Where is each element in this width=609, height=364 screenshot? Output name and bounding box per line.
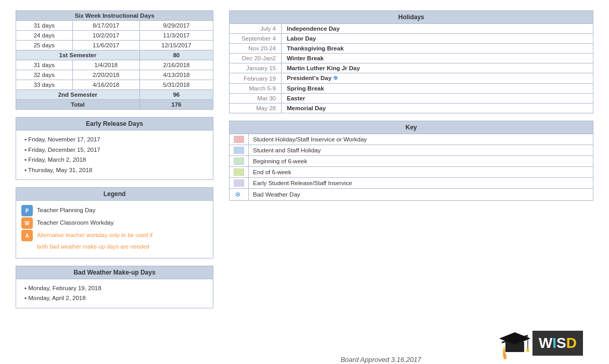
key-label: Early Student Release/Staff Inservice [249, 178, 593, 189]
holiday-name: Spring Break [282, 84, 593, 94]
six-week-table: Six Week Instructional Days 31 days8/17/… [16, 10, 213, 110]
s-letter: S [556, 335, 566, 352]
end-date: 11/3/2017 [139, 31, 213, 41]
start-date: 10/2/2017 [72, 31, 139, 41]
holiday-date: September 4 [230, 34, 282, 44]
key-swatch [234, 168, 244, 176]
early-release-section: Early Release Days Friday, November 17, … [16, 117, 213, 180]
key-label: End of 6-week [249, 167, 593, 178]
legend-text-1: Teacher Classroom Workday [37, 217, 208, 229]
key-snowflake-icon: ❄ [235, 190, 241, 199]
bad-weather-item: Monday, February 19, 2018 [24, 283, 205, 294]
days-cell: 32 days [16, 70, 73, 80]
holiday-date: July 4 [230, 24, 282, 34]
holiday-date: Nov 20-24 [230, 44, 282, 54]
legend-content: P Teacher Planning Day W Teacher Classro… [16, 201, 213, 258]
start-date: 11/6/2017 [72, 41, 139, 50]
key-table: Key Student Holiday/Staff Inservice or W… [229, 121, 593, 201]
total-value: 176 [139, 100, 213, 110]
key-icon-cell [230, 178, 249, 189]
early-release-item: Friday, March 2, 2018 [24, 155, 205, 165]
legend-icon-alt: A [21, 230, 33, 241]
key-icon-cell [230, 134, 249, 145]
holiday-name: President's Day ❄ [282, 73, 593, 84]
holiday-name: Independence Day [282, 24, 593, 34]
semester-total: 80 [139, 50, 213, 60]
key-icon-cell: ❄ [230, 189, 249, 201]
legend-text-0: Teacher Planning Day [37, 205, 208, 216]
days-cell: 31 days [16, 21, 73, 31]
end-date: 12/15/2017 [139, 41, 213, 50]
d-letter: D [566, 335, 577, 352]
holidays-table: Holidays July 4Independence DaySeptember… [229, 10, 593, 113]
holiday-date: Mar 30 [230, 94, 282, 103]
holiday-name: Easter [282, 94, 593, 103]
holiday-name: Winter Break [282, 54, 593, 63]
holiday-name: Memorial Day [282, 103, 593, 113]
holidays-header: Holidays [230, 11, 593, 24]
holiday-name: Thanksgiving Break [282, 44, 593, 54]
early-release-item: Friday, December 15, 2017 [24, 145, 205, 155]
legend-icon-0: P [21, 205, 33, 216]
end-date: 4/13/2018 [139, 70, 213, 80]
start-date: 2/20/2018 [72, 70, 139, 80]
early-release-content: Friday, November 17, 2017Friday, Decembe… [16, 131, 213, 179]
key-swatch [234, 147, 244, 154]
holiday-name: Labor Day [282, 34, 593, 44]
legend-icon-1: W [21, 217, 33, 229]
wisd-text-box: WISD [532, 331, 583, 356]
svg-point-4 [526, 349, 529, 352]
holiday-date: Dec 20-Jan2 [230, 54, 282, 63]
holiday-date: May 28 [230, 103, 282, 113]
legend-row: P Teacher Planning Day [21, 205, 208, 216]
start-date: 1/4/2018 [72, 60, 139, 70]
holiday-name: Martin Luther King Jr Day [282, 63, 593, 73]
key-swatch [234, 136, 244, 143]
bad-weather-content: Monday, February 19, 2018Monday, April 2… [16, 279, 213, 308]
legend-header: Legend [16, 188, 213, 201]
end-date: 5/31/2018 [139, 80, 213, 90]
start-date: 8/17/2017 [72, 21, 139, 31]
legend-row: A Alternative teacher workday only to be… [21, 230, 208, 253]
w-letter: W [539, 335, 552, 352]
key-label: Bad Weather Day [249, 189, 593, 201]
holiday-date: January 15 [230, 63, 282, 73]
semester-label: 1st Semester [16, 50, 140, 60]
six-week-header: Six Week Instructional Days [16, 11, 213, 21]
holiday-date: March 5-9 [230, 84, 282, 94]
semester-total: 96 [139, 90, 213, 100]
days-cell: 33 days [16, 80, 73, 90]
wisd-letters: WISD [539, 335, 577, 352]
key-swatch [234, 179, 244, 187]
key-icon-cell [230, 156, 249, 167]
key-swatch [234, 158, 244, 165]
end-date: 9/29/2017 [139, 21, 213, 31]
bad-weather-header: Bad Weather Make-up Days [16, 266, 213, 279]
total-label: Total [16, 100, 140, 110]
legend-alt-text: Alternative teacher workday only to be u… [37, 230, 208, 253]
end-date: 2/16/2018 [139, 60, 213, 70]
start-date: 4/16/2018 [72, 80, 139, 90]
snowflake-icon: ❄ [333, 75, 338, 81]
key-label: Beginning of 6-week [249, 156, 593, 167]
bottom-row: Board Approved 3.16.2017 [16, 322, 593, 363]
holiday-date: February 19 [230, 73, 282, 84]
semester-label: 2nd Semester [16, 90, 140, 100]
key-label: Student Holiday/Staff Inservice or Workd… [249, 134, 593, 145]
early-release-item: Friday, November 17, 2017 [24, 135, 205, 145]
days-cell: 25 days [16, 41, 73, 50]
svg-marker-2 [499, 332, 530, 345]
board-approved-text: Board Approved 3.16.2017 [262, 356, 499, 363]
legend-row: W Teacher Classroom Workday [21, 217, 208, 229]
key-header: Key [230, 121, 593, 134]
key-icon-cell [230, 145, 249, 156]
i-letter: I [552, 335, 556, 352]
wisd-logo: WISD [499, 322, 583, 363]
days-cell: 31 days [16, 60, 73, 70]
bad-weather-section: Bad Weather Make-up Days Monday, Februar… [16, 266, 213, 308]
bad-weather-item: Monday, April 2, 2018 [24, 293, 205, 304]
days-cell: 24 days [16, 31, 73, 41]
graduation-cap-icon [499, 322, 530, 363]
key-label: Student and Staff Holiday [249, 145, 593, 156]
early-release-item: Thursday, May 31, 2018 [24, 165, 205, 176]
